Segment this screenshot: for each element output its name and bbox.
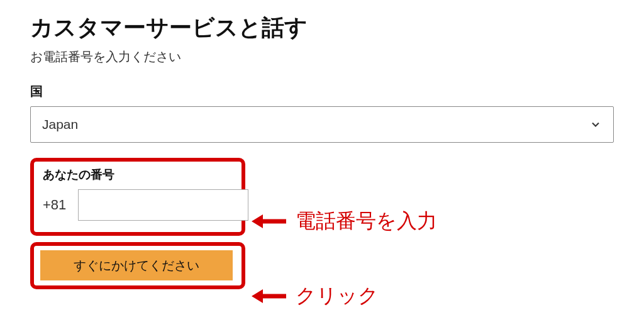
phone-label: あなたの番号 bbox=[43, 167, 230, 183]
country-select[interactable]: Japan bbox=[30, 106, 614, 143]
svg-marker-3 bbox=[252, 289, 263, 303]
annotation-click-text: クリック bbox=[296, 282, 379, 310]
page-title: カスタマーサービスと話す bbox=[30, 13, 614, 43]
annotation-phone-text: 電話番号を入力 bbox=[296, 208, 437, 235]
phone-input[interactable] bbox=[78, 189, 248, 221]
annotation-click-help: クリック bbox=[252, 282, 379, 310]
country-label: 国 bbox=[30, 83, 614, 100]
page-subtitle: お電話番号を入力ください bbox=[30, 48, 614, 65]
arrow-left-icon bbox=[252, 287, 287, 306]
annotation-phone-help: 電話番号を入力 bbox=[252, 208, 437, 235]
chevron-down-icon bbox=[589, 118, 602, 131]
arrow-left-icon bbox=[252, 212, 287, 231]
phone-number-section: あなたの番号 +81 bbox=[30, 158, 245, 236]
phone-prefix: +81 bbox=[43, 197, 74, 213]
phone-row: +81 bbox=[43, 189, 230, 221]
call-now-button[interactable]: すぐにかけてください bbox=[40, 250, 238, 280]
country-selected-value: Japan bbox=[42, 117, 78, 132]
call-section: すぐにかけてください bbox=[30, 242, 245, 289]
svg-marker-1 bbox=[252, 214, 263, 228]
